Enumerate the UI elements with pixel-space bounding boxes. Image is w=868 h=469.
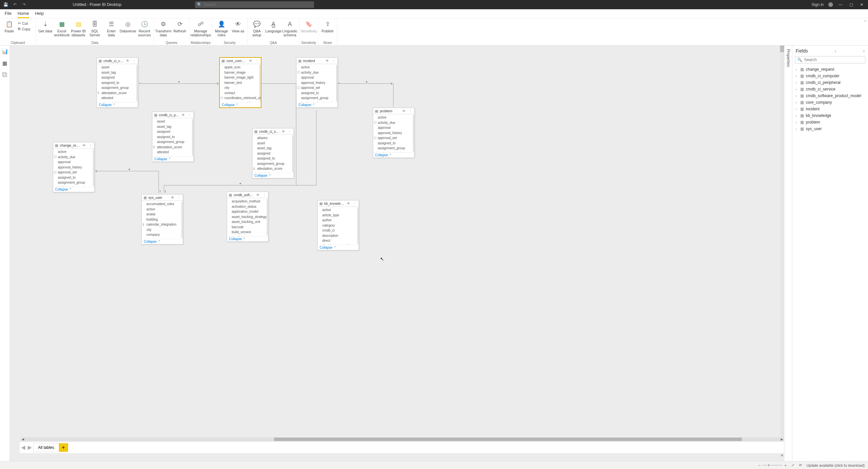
- field-attestation_score[interactable]: Σattestation_score: [97, 91, 138, 96]
- horizontal-scrollbar[interactable]: ◀ ▶: [21, 437, 784, 441]
- field-accumulated_roles[interactable]: accumulated_roles: [142, 201, 183, 207]
- field-description[interactable]: description: [318, 233, 359, 238]
- field-active[interactable]: active: [373, 115, 414, 120]
- field-asset_tag[interactable]: asset_tag: [152, 124, 193, 130]
- more-icon[interactable]: ⋮: [88, 143, 93, 147]
- maximize-icon[interactable]: ▢: [848, 2, 854, 7]
- table-fields[interactable]: active☐activity_dueapprovalapproval_hist…: [297, 64, 338, 102]
- table-fields[interactable]: assetasset_tagassignedassigned_toassignm…: [97, 64, 138, 102]
- refresh-button[interactable]: ⟳Refresh: [172, 20, 188, 40]
- fit-icon[interactable]: ⤢: [791, 463, 794, 467]
- viewas-button[interactable]: 👁View as: [230, 20, 246, 40]
- field-attestation_score[interactable]: Σattestation_score: [252, 166, 293, 171]
- visibility-icon[interactable]: 👁: [248, 59, 253, 63]
- manageroles-button[interactable]: 👤Manage roles: [214, 20, 229, 40]
- pbidatasets-button[interactable]: ▤Power BI datasets: [70, 20, 86, 40]
- field-banner_text[interactable]: banner_text: [220, 80, 261, 86]
- fields-search[interactable]: 🔍: [795, 56, 865, 63]
- tabs-next-icon[interactable]: ▶: [26, 444, 33, 450]
- field-asset[interactable]: asset: [252, 141, 293, 146]
- field-assigned[interactable]: assigned: [252, 151, 293, 156]
- field-contact[interactable]: contact: [220, 91, 261, 96]
- hscroll-thumb[interactable]: [274, 438, 742, 441]
- field-attested[interactable]: attested: [252, 171, 293, 173]
- fields-item-cmdb_ci_service[interactable]: ›▦cmdb_ci_service: [792, 86, 868, 93]
- linguistic-button[interactable]: ALinguistic schema: [282, 20, 298, 40]
- scroll-left-icon[interactable]: ◀: [21, 438, 25, 441]
- signin-link[interactable]: Sign in: [811, 2, 824, 7]
- scroll-right-icon[interactable]: ▶: [779, 438, 784, 441]
- visibility-icon[interactable]: 👁: [125, 59, 130, 63]
- vertical-scrollbar[interactable]: ▲ ▼: [780, 45, 784, 457]
- undo-icon[interactable]: ↶: [12, 2, 18, 7]
- more-icon[interactable]: ⋮: [254, 59, 259, 63]
- add-tab-button[interactable]: +: [59, 443, 68, 452]
- enterdata-button[interactable]: ☰Enter data: [103, 20, 119, 40]
- zoom-slider[interactable]: [763, 465, 782, 465]
- table-fields[interactable]: active☐activity_dueapprovalapproval_hist…: [373, 114, 414, 152]
- visibility-icon[interactable]: 👁: [181, 113, 186, 117]
- more-icon[interactable]: ⋮: [408, 109, 413, 113]
- field-author[interactable]: author: [318, 217, 359, 223]
- field-assignment_group[interactable]: assignment_group: [53, 180, 94, 185]
- field-city[interactable]: city: [220, 85, 261, 91]
- zoom-in-icon[interactable]: +: [784, 463, 786, 467]
- more-icon[interactable]: ⋮: [331, 59, 336, 63]
- field-backout_plan[interactable]: backout_plan: [53, 185, 94, 187]
- tabs-prev-icon[interactable]: ◀: [20, 444, 26, 450]
- field-assigned_to[interactable]: assigned_to: [252, 156, 293, 161]
- refresh-status-icon[interactable]: ⟳: [799, 463, 802, 467]
- collapse-button[interactable]: Collapse ⌃: [297, 102, 338, 107]
- qasetup-button[interactable]: 💬Q&A setup: [249, 20, 265, 40]
- field-activation_status[interactable]: activation_status: [227, 204, 268, 209]
- field-activity_due[interactable]: ☐activity_due: [373, 120, 414, 126]
- field-asset_tag[interactable]: asset_tag: [252, 146, 293, 151]
- field-assignment_group[interactable]: assignment_group: [97, 85, 138, 91]
- field-approval_set[interactable]: ☐approval_set: [373, 135, 414, 141]
- update-available[interactable]: Update available (click to download): [807, 463, 865, 467]
- field-approval_set[interactable]: ☐approval_set: [297, 85, 338, 91]
- sqlserver-button[interactable]: 🗄SQL Server: [87, 20, 103, 40]
- field-asset_tag[interactable]: asset_tag: [97, 70, 138, 75]
- visibility-icon[interactable]: 👁: [346, 201, 351, 205]
- more-icon[interactable]: ⋮: [177, 196, 182, 200]
- table-card-sys_user[interactable]: ▦sys_user👁⋮accumulated_rolesactiveavatar…: [142, 194, 183, 244]
- field-attestation_score[interactable]: Σattestation_score: [152, 145, 193, 150]
- save-icon[interactable]: 💾: [3, 2, 9, 7]
- field-assignment_group[interactable]: assignment_group: [152, 139, 193, 145]
- table-fields[interactable]: active☐activity_dueapprovalapproval_hist…: [53, 148, 94, 187]
- table-fields[interactable]: apple_iconbanner_imagebanner_image_light…: [220, 64, 261, 102]
- fields-item-cmdb_software_product_model[interactable]: ›▦cmdb_software_product_model: [792, 93, 868, 99]
- tab-help[interactable]: Help: [35, 9, 44, 18]
- field-application_model[interactable]: application_model: [227, 209, 268, 214]
- visibility-icon[interactable]: 👁: [255, 193, 260, 197]
- field-city[interactable]: city: [142, 227, 183, 233]
- table-card-cmdb_software_prod[interactable]: ▦cmdb_software_prod...👁⋮acquisition_meth…: [227, 192, 269, 242]
- vscroll-thumb[interactable]: [780, 45, 784, 52]
- fields-item-kb_knowledge[interactable]: ›▦kb_knowledge: [792, 112, 868, 119]
- field-approval_history[interactable]: approval_history: [297, 80, 338, 86]
- recentsources-button[interactable]: 🕓Recent sources: [136, 20, 152, 40]
- field-assignment_group[interactable]: assignment_group: [252, 161, 293, 166]
- field-bundle[interactable]: bundle: [227, 235, 268, 236]
- field-build_version[interactable]: build_version: [227, 230, 268, 235]
- fields-item-incident[interactable]: ›▦incident: [792, 106, 868, 112]
- table-card-cmdb_ci_service[interactable]: ▦cmdb_ci_service👁⋮aliasesassetasset_taga…: [252, 128, 294, 178]
- table-card-kb_knowledge[interactable]: ▦kb_knowledge👁⋮activearticle_typeauthorc…: [317, 200, 359, 250]
- field-assigned_to[interactable]: assigned_to: [97, 80, 138, 86]
- field-approval[interactable]: approval: [373, 125, 414, 130]
- table-fields[interactable]: assetasset_tagassignedassigned_toassignm…: [152, 118, 193, 156]
- field-asset[interactable]: asset: [152, 119, 193, 124]
- paste-button[interactable]: 📋 Paste: [1, 20, 17, 40]
- properties-sidebar[interactable]: Properties: [784, 45, 792, 461]
- fields-item-problem[interactable]: ›▦problem: [792, 119, 868, 126]
- collapse-button[interactable]: Collapse ⌃: [227, 236, 268, 241]
- visibility-icon[interactable]: 👁: [82, 143, 87, 147]
- field-apple_icon[interactable]: apple_icon: [220, 65, 261, 70]
- table-fields[interactable]: aliasesassetasset_tagassignedassigned_to…: [252, 135, 293, 173]
- field-calendar_integration[interactable]: Σcalendar_integration: [142, 222, 183, 227]
- fields-item-change_request[interactable]: ›▦change_request: [792, 66, 868, 73]
- field-active[interactable]: active: [142, 207, 183, 212]
- tab-file[interactable]: File: [5, 9, 11, 18]
- table-card-cmdb_ci_peripheral[interactable]: ▦cmdb_ci_peripheral👁⋮assetasset_tagassig…: [152, 112, 194, 162]
